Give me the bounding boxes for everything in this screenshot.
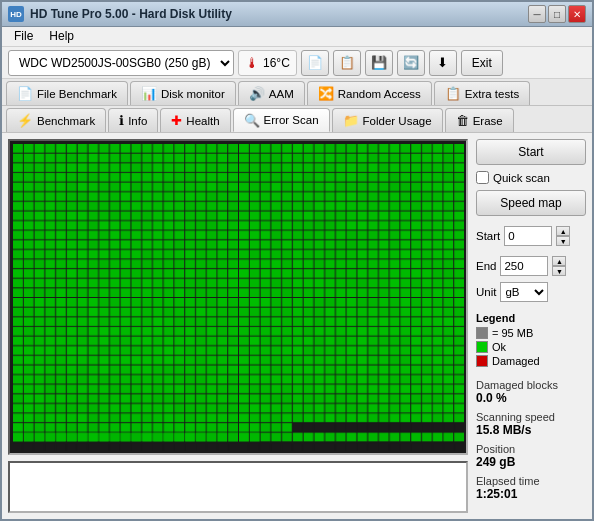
damaged-blocks-label: Damaged blocks [476,379,586,391]
end-range-row: End ▲ ▼ [476,256,586,276]
random-access-icon: 🔀 [318,86,334,101]
health-icon: ✚ [171,113,182,128]
unit-row: Unit gB MB [476,282,586,302]
start-input[interactable] [504,226,552,246]
drive-selector[interactable]: WDC WD2500JS-00SGB0 (250 gB) [8,50,234,76]
tab-error-scan[interactable]: 🔍 Error Scan [233,108,330,132]
legend-section: Legend = 95 MB Ok Damaged [476,312,586,369]
refresh-icon: 🔄 [403,55,419,70]
right-panel: Start Quick scan Speed map Start ▲ ▼ End [476,139,586,513]
stats-section: Damaged blocks 0.0 % Scanning speed 15.8… [476,379,586,507]
tab-aam[interactable]: 🔊 AAM [238,81,305,105]
position-block: Position 249 gB [476,443,586,469]
scan-info-box [8,461,468,513]
toolbar: WDC WD2500JS-00SGB0 (250 gB) 🌡 16°C 📄 📋 … [2,47,592,80]
position-value: 249 gB [476,455,586,469]
download-icon: ⬇ [437,55,448,70]
temperature-value: 16°C [263,56,290,70]
close-button[interactable]: ✕ [568,5,586,23]
elapsed-time-block: Elapsed time 1:25:01 [476,475,586,501]
unit-label: Unit [476,286,496,298]
scanning-speed-value: 15.8 MB/s [476,423,586,437]
menu-bar: File Help [2,27,592,47]
legend-block-icon [476,327,488,339]
folder-usage-icon: 📁 [343,113,359,128]
legend-ok-icon [476,341,488,353]
tabs-row-2: ⚡ Benchmark ℹ Info ✚ Health 🔍 Error Scan… [2,106,592,133]
quick-scan-checkbox[interactable] [476,171,489,184]
quick-scan-row: Quick scan [476,171,586,184]
tabs-row-1: 📄 File Benchmark 📊 Disk monitor 🔊 AAM 🔀 … [2,79,592,106]
scanning-speed-block: Scanning speed 15.8 MB/s [476,411,586,437]
extra-tests-icon: 📋 [445,86,461,101]
tab-extra-tests[interactable]: 📋 Extra tests [434,81,530,105]
legend-block-size-label: = 95 MB [492,327,533,339]
elapsed-time-label: Elapsed time [476,475,586,487]
toolbar-btn-4[interactable]: 🔄 [397,50,425,76]
legend-damaged-label: Damaged [492,355,540,367]
position-label: Position [476,443,586,455]
tab-info[interactable]: ℹ Info [108,108,158,132]
legend-title: Legend [476,312,586,324]
save-icon: 💾 [371,55,387,70]
toolbar-btn-2[interactable]: 📋 [333,50,361,76]
damaged-blocks-block: Damaged blocks 0.0 % [476,379,586,405]
error-scan-icon: 🔍 [244,113,260,128]
start-range-row: Start ▲ ▼ [476,226,586,246]
benchmark-icon: ⚡ [17,113,33,128]
tab-random-access[interactable]: 🔀 Random Access [307,81,432,105]
aam-icon: 🔊 [249,86,265,101]
speed-map-button[interactable]: Speed map [476,190,586,216]
legend-ok: Ok [476,341,586,353]
end-spin-down[interactable]: ▼ [552,266,566,276]
disk-monitor-icon: 📊 [141,86,157,101]
title-bar: HD HD Tune Pro 5.00 - Hard Disk Utility … [2,2,592,27]
toolbar-btn-1[interactable]: 📄 [301,50,329,76]
end-label: End [476,260,496,272]
tab-erase[interactable]: 🗑 Erase [445,108,514,132]
toolbar-btn-5[interactable]: ⬇ [429,50,457,76]
elapsed-time-value: 1:25:01 [476,487,586,501]
temperature-display: 🌡 16°C [238,50,297,76]
info-tab-icon: ℹ [119,113,124,128]
unit-selector[interactable]: gB MB [500,282,548,302]
scan-grid [8,139,468,455]
end-spin-up[interactable]: ▲ [552,256,566,266]
menu-file[interactable]: File [6,27,41,45]
info-icon: 📄 [307,55,323,70]
start-spin-up[interactable]: ▲ [556,226,570,236]
start-label: Start [476,230,500,242]
end-spinner: ▲ ▼ [552,256,566,276]
tab-folder-usage[interactable]: 📁 Folder Usage [332,108,443,132]
legend-ok-label: Ok [492,341,506,353]
tab-health[interactable]: ✚ Health [160,108,230,132]
legend-block-size: = 95 MB [476,327,586,339]
window-controls: ─ □ ✕ [528,5,586,23]
start-spinner: ▲ ▼ [556,226,570,246]
file-benchmark-icon: 📄 [17,86,33,101]
main-window: HD HD Tune Pro 5.00 - Hard Disk Utility … [0,0,594,521]
window-title: HD Tune Pro 5.00 - Hard Disk Utility [30,7,528,21]
thermometer-icon: 🌡 [245,55,259,71]
quick-scan-label: Quick scan [493,172,550,184]
scan-grid-area [8,139,468,513]
toolbar-btn-3[interactable]: 💾 [365,50,393,76]
erase-icon: 🗑 [456,113,469,128]
damaged-blocks-value: 0.0 % [476,391,586,405]
exit-button[interactable]: Exit [461,50,503,76]
tab-benchmark[interactable]: ⚡ Benchmark [6,108,106,132]
app-icon: HD [8,6,24,22]
legend-damaged: Damaged [476,355,586,367]
start-button[interactable]: Start [476,139,586,165]
pages-icon: 📋 [339,55,355,70]
maximize-button[interactable]: □ [548,5,566,23]
tab-disk-monitor[interactable]: 📊 Disk monitor [130,81,236,105]
menu-help[interactable]: Help [41,27,82,45]
legend-damaged-icon [476,355,488,367]
start-spin-down[interactable]: ▼ [556,236,570,246]
content-area: Start Quick scan Speed map Start ▲ ▼ End [2,133,592,519]
end-input[interactable] [500,256,548,276]
scanning-speed-label: Scanning speed [476,411,586,423]
tab-file-benchmark[interactable]: 📄 File Benchmark [6,81,128,105]
minimize-button[interactable]: ─ [528,5,546,23]
